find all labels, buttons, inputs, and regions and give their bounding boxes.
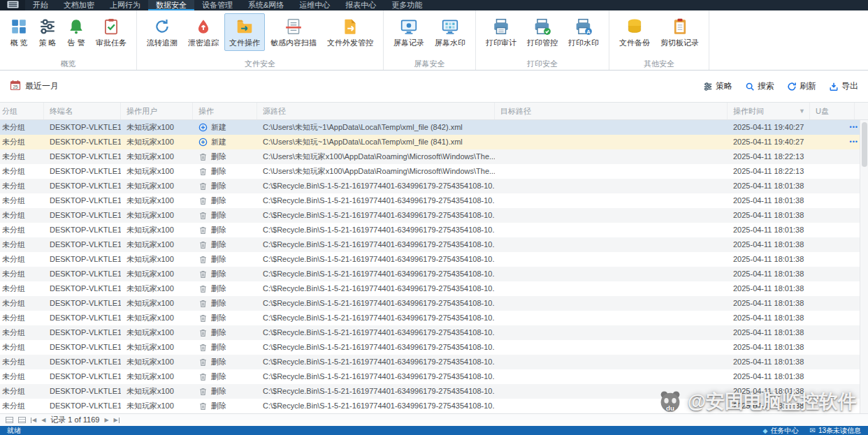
task-center-button[interactable]: ◆ 任务中心 [763,426,799,435]
table-row[interactable]: 未分组DESKTOP-VLKTLE1未知玩家x100新建C:\Users\未知玩… [0,120,868,135]
print-audit-button[interactable]: 打印审计 [481,13,521,51]
table-row[interactable]: 未分组DESKTOP-VLKTLE1未知玩家x100删除C:\$Recycle.… [0,340,868,355]
column-header-1[interactable]: 终端名 [44,103,121,119]
time-cell: 2025-04-11 18:01:38 [728,369,810,384]
unread-messages-button[interactable]: ✉ 13条未读信息 [809,426,861,435]
column-header-4[interactable]: 源路径 [257,103,495,119]
column-header-6[interactable]: 操作时间▼ [728,103,810,119]
row-more-button[interactable]: ••• [850,120,858,135]
file-backup-button[interactable]: 文件备份 [614,13,655,51]
screen-watermark-button[interactable]: 屏幕水印 [430,13,470,51]
menu-item-5[interactable]: 系统&网络 [240,0,291,10]
menu-item-2[interactable]: 上网行为 [102,0,148,10]
table-row[interactable]: 未分组DESKTOP-VLKTLE1未知玩家x100删除C:\$Recycle.… [0,399,868,413]
prev-page-button[interactable]: ◀ [41,418,45,423]
print-watermark-button[interactable]: A打印水印 [563,13,604,51]
add-icon [198,138,208,147]
table-row[interactable]: 未分组DESKTOP-VLKTLE1未知玩家x100删除C:\$Recycle.… [0,193,868,208]
last-page-button[interactable]: ▶ [114,418,120,423]
user-cell: 未知玩家x100 [121,340,193,355]
time-cell: 2025-04-11 18:01:38 [728,311,810,325]
group-cell: 未分组 [0,399,44,413]
alarm-bell-button[interactable]: 告 警 [62,13,90,51]
menu-item-0[interactable]: 开始 [25,0,56,10]
ribbon-button-label: 文件备份 [619,38,650,48]
group-cell: 未分组 [0,252,44,267]
menu-item-1[interactable]: 文档加密 [56,0,102,10]
column-header-5[interactable]: 目标路径 [495,103,728,119]
print-control-button[interactable]: 打印管控 [522,13,563,51]
table-row[interactable]: 未分组DESKTOP-VLKTLE1未知玩家x100删除C:\$Recycle.… [0,384,868,399]
user-cell: 未知玩家x100 [121,325,193,340]
table-row[interactable]: 未分组DESKTOP-VLKTLE1未知玩家x100删除C:\$Recycle.… [0,369,868,384]
trash-icon [198,211,208,220]
time-cell: 2025-04-11 18:01:38 [728,296,810,311]
table-row[interactable]: 未分组DESKTOP-VLKTLE1未知玩家x100新建C:\Users\未知玩… [0,135,868,149]
date-range-filter[interactable]: 25 最近一月 [10,80,59,93]
overview-grid-button[interactable]: 概 览 [5,13,33,51]
dst-cell [495,120,728,135]
ribbon-group-label: 屏幕安全 [385,58,474,70]
filter-sliders-button[interactable]: 策略 [703,80,732,92]
usb-cell [810,311,855,325]
table-row[interactable]: 未分组DESKTOP-VLKTLE1未知玩家x100删除C:\$Recycle.… [0,325,868,340]
flow-trace-button[interactable]: 流转追溯 [142,13,182,51]
time-cell: 2025-04-11 18:01:38 [728,237,810,252]
sensitive-scan-button[interactable]: 敏感内容扫描 [266,13,321,51]
table-row[interactable]: 未分组DESKTOP-VLKTLE1未知玩家x100删除C:\$Recycle.… [0,296,868,311]
dst-cell [495,281,728,296]
policy-sliders-button[interactable]: 策 略 [34,13,62,51]
scrollbar-thumb[interactable] [862,122,867,167]
refresh-button[interactable]: 刷新 [787,80,816,92]
table-row[interactable]: 未分组DESKTOP-VLKTLE1未知玩家x100删除C:\$Recycle.… [0,267,868,281]
screen-record-button[interactable]: 屏幕记录 [389,13,429,51]
table-row[interactable]: 未分组DESKTOP-VLKTLE1未知玩家x100删除C:\$Recycle.… [0,252,868,267]
column-header-3[interactable]: 操作 [193,103,257,119]
menu-item-6[interactable]: 运维中心 [291,0,338,10]
time-filter-caret-icon[interactable]: ▼ [799,108,805,115]
ribbon-button-label: 流转追溯 [147,38,178,48]
table-row[interactable]: 未分组DESKTOP-VLKTLE1未知玩家x100删除C:\Users\未知玩… [0,149,868,164]
column-header-7[interactable]: U盘 [810,103,855,119]
row-more-button[interactable]: ••• [850,135,858,149]
table-row[interactable]: 未分组DESKTOP-VLKTLE1未知玩家x100删除C:\$Recycle.… [0,237,868,252]
vertical-scrollbar[interactable] [860,120,868,413]
table-row[interactable]: 未分组DESKTOP-VLKTLE1未知玩家x100删除C:\$Recycle.… [0,311,868,325]
table-row[interactable]: 未分组DESKTOP-VLKTLE1未知玩家x100删除C:\$Recycle.… [0,179,868,193]
export-icon [829,82,839,91]
app-menu-button[interactable] [0,0,25,10]
grid-view-icon[interactable] [6,417,13,423]
operation-label: 新建 [211,135,226,149]
menu-item-3[interactable]: 数据安全 [148,0,194,10]
export-button[interactable]: 导出 [829,80,858,92]
approval-clipboard-button[interactable]: 审批任务 [91,13,131,51]
dst-cell [495,355,728,369]
usb-cell [810,325,855,340]
file-outgoing-button[interactable]: 文件外发管控 [322,13,378,51]
file-operation-button[interactable]: 文件操作 [224,13,265,51]
time-cell: 2025-04-11 18:22:13 [728,164,810,179]
group-cell: 未分组 [0,223,44,237]
terminal-cell: DESKTOP-VLKTLE1 [44,164,121,179]
table-row[interactable]: 未分组DESKTOP-VLKTLE1未知玩家x100删除C:\$Recycle.… [0,223,868,237]
column-header-0[interactable]: 分组 [0,103,44,119]
src-cell: C:\$Recycle.Bin\S-1-5-21-1619774401-6349… [257,355,495,369]
table-row[interactable]: 未分组DESKTOP-VLKTLE1未知玩家x100删除C:\$Recycle.… [0,281,868,296]
search-button[interactable]: 搜索 [745,80,774,92]
table-row[interactable]: 未分组DESKTOP-VLKTLE1未知玩家x100删除C:\$Recycle.… [0,208,868,223]
dst-cell [495,164,728,179]
next-page-button[interactable]: ▶ [104,418,108,423]
menu-item-7[interactable]: 报表中心 [338,0,384,10]
leak-track-button[interactable]: 泄密追踪 [183,13,224,51]
menu-item-4[interactable]: 设备管理 [194,0,240,10]
first-page-button[interactable]: ◀ [31,418,36,423]
table-row[interactable]: 未分组DESKTOP-VLKTLE1未知玩家x100删除C:\Users\未知玩… [0,164,868,179]
table-row[interactable]: 未分组DESKTOP-VLKTLE1未知玩家x100删除C:\$Recycle.… [0,355,868,369]
operation-cell: 删除 [193,369,257,384]
ribbon-group-label: 概览 [1,58,135,70]
menu-item-8[interactable]: 更多功能 [384,0,430,10]
column-header-2[interactable]: 操作用户 [121,103,193,119]
list-view-icon[interactable] [18,417,26,423]
clipboard-record-button[interactable]: 剪切板记录 [656,13,704,51]
user-cell: 未知玩家x100 [121,384,193,399]
